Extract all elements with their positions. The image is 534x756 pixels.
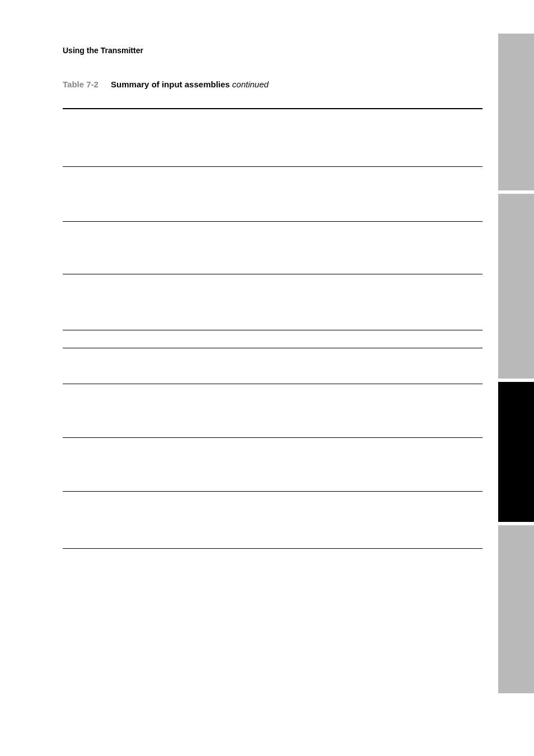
table-row xyxy=(63,221,483,274)
page-content: Using the Transmitter Table 7-2 Summary … xyxy=(0,0,534,549)
table-title: Summary of input assemblies xyxy=(111,80,230,89)
table-row xyxy=(63,274,483,330)
table-row xyxy=(63,108,483,166)
sidebar-tab[interactable] xyxy=(498,194,534,379)
table-body xyxy=(63,108,483,549)
table-row xyxy=(63,166,483,221)
sidebar-tab-active[interactable] xyxy=(498,382,534,522)
sidebar-tabs xyxy=(498,0,534,756)
table-row xyxy=(63,384,483,437)
sidebar-tab[interactable] xyxy=(498,525,534,693)
table-continued: continued xyxy=(232,80,269,89)
table-row xyxy=(63,491,483,548)
table-row xyxy=(63,548,483,549)
table-row xyxy=(63,437,483,491)
table-row xyxy=(63,348,483,384)
table-caption: Table 7-2 Summary of input assemblies co… xyxy=(63,80,483,89)
table-row xyxy=(63,330,483,348)
page-title: Using the Transmitter xyxy=(63,46,143,55)
table-number: Table 7-2 xyxy=(63,80,99,89)
sidebar-tab[interactable] xyxy=(498,34,534,190)
page-header: Using the Transmitter xyxy=(63,46,483,55)
